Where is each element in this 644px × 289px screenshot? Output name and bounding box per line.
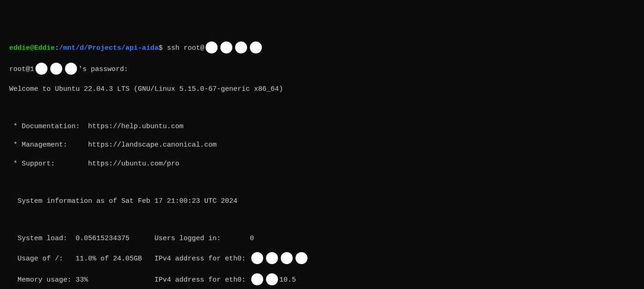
doc-link-line: * Documentation: https://help.ubuntu.com (9, 122, 635, 131)
mgmt-link-line: * Management: https://landscape.canonica… (9, 141, 635, 150)
sys-mem-line: Memory usage: 33% IPv4 address for eth0:… (9, 274, 635, 286)
prompt-user: eddie@Eddie (9, 44, 55, 52)
blank (9, 215, 635, 224)
ssh-cmd: ssh root@ (163, 44, 204, 52)
support-link-line: * Support: https://ubuntu.com/pro (9, 159, 635, 169)
sys-usage-line: Usage of /: 11.0% of 24.05GB IPv4 addres… (9, 253, 635, 265)
prompt-path: /mnt/d/Projects/api-aida (59, 44, 159, 52)
password-prompt-line: root@1's password: (9, 63, 635, 75)
redacted-ip-icon (250, 252, 309, 264)
blank (9, 178, 635, 187)
prompt-sep: : (55, 44, 59, 52)
ssh-command-line: eddie@Eddie:/mnt/d/Projects/api-aida$ ss… (9, 42, 635, 54)
redacted-host-icon (34, 63, 78, 75)
redacted-ip-icon (250, 273, 279, 285)
sys-load-line: System load: 0.05615234375 Users logged … (9, 234, 635, 243)
prompt-dollar: $ (159, 44, 163, 52)
welcome-line: Welcome to Ubuntu 22.04.3 LTS (GNU/Linux… (9, 85, 635, 94)
terminal-output[interactable]: eddie@Eddie:/mnt/d/Projects/api-aida$ ss… (9, 42, 635, 289)
sysinfo-header: System information as of Sat Feb 17 21:0… (9, 197, 635, 206)
blank (9, 103, 635, 112)
redacted-ip-icon (204, 41, 263, 53)
